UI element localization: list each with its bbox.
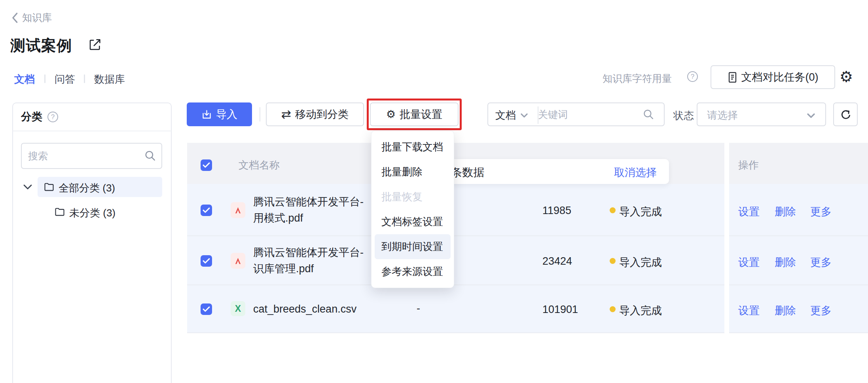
row-action-delete[interactable]: 删除 [775, 303, 796, 318]
move-to-category-label: 移动到分类 [295, 107, 349, 121]
tab-qa[interactable]: 问答 [55, 72, 75, 86]
row-action-settings[interactable]: 设置 [738, 205, 760, 219]
gear-icon: ⚙ [386, 109, 396, 120]
status-text: 导入完成 [619, 303, 662, 318]
row-action-settings[interactable]: 设置 [738, 303, 760, 318]
menu-item-batch-download[interactable]: 批量下载文档 [375, 135, 451, 159]
panel-divider [13, 131, 171, 131]
row-action-more[interactable]: 更多 [810, 303, 832, 318]
tab-divider [44, 74, 45, 83]
batch-settings-button[interactable]: ⚙ 批量设置 [370, 102, 459, 126]
file-name-line2[interactable]: 识库管理.pdf [253, 262, 314, 276]
tab-documents[interactable]: 文档 [14, 72, 35, 86]
doc-compare-task-button[interactable]: 文档对比任务(0) [711, 65, 835, 89]
import-button[interactable]: 导入 [187, 102, 252, 126]
refresh-button[interactable] [833, 102, 858, 126]
row-checkbox[interactable] [201, 205, 212, 216]
csv-file-icon: X [231, 301, 245, 316]
category-search-box [21, 143, 162, 169]
search-icon [144, 150, 157, 162]
row-action-settings[interactable]: 设置 [738, 255, 760, 269]
row-checkbox[interactable] [201, 255, 212, 267]
tree-node-all-label[interactable]: 全部分类 (3) [59, 181, 115, 195]
chevron-down-icon [807, 113, 815, 118]
row-action-more[interactable]: 更多 [810, 255, 832, 269]
batch-settings-label: 批量设置 [400, 107, 442, 121]
status-text: 导入完成 [619, 255, 662, 269]
category-search-input[interactable] [22, 144, 161, 168]
tab-database[interactable]: 数据库 [94, 72, 125, 86]
keyword-input-wrap [538, 103, 637, 125]
tree-node-uncategorized-label[interactable]: 未分类 (3) [69, 206, 116, 220]
select-all-checkbox[interactable] [201, 159, 212, 171]
batch-settings-menu: 批量下载文档 批量删除 批量恢复 文档标签设置 到期时间设置 参考来源设置 [371, 131, 454, 288]
status-dot [610, 306, 616, 312]
menu-item-expiry-time-settings[interactable]: 到期时间设置 [375, 234, 451, 259]
pdf-file-icon [231, 202, 245, 218]
folder-icon [44, 181, 55, 192]
check-icon [203, 162, 210, 168]
status-filter-label: 状态 [673, 109, 694, 123]
category-title: 分类 [21, 110, 42, 124]
refresh-icon [840, 108, 852, 121]
column-header-name: 文档名称 [239, 158, 280, 172]
row-checkbox[interactable] [201, 303, 212, 315]
breadcrumb-label: 知识库 [22, 11, 52, 24]
usage-help-icon[interactable]: ? [687, 71, 698, 82]
menu-item-doc-tag-settings[interactable]: 文档标签设置 [375, 209, 451, 234]
tab-divider [84, 74, 85, 83]
pdf-file-icon [231, 253, 245, 269]
move-arrows-icon: ⇄ [281, 108, 291, 120]
kb-usage-label: 知识库字符用量 [603, 72, 672, 85]
document-icon [728, 72, 737, 83]
search-type-select[interactable]: 文档 [495, 108, 516, 122]
row-action-delete[interactable]: 删除 [775, 205, 796, 219]
keyword-input[interactable] [538, 103, 637, 125]
file-name-line1[interactable]: 腾讯云智能体开发平台- [253, 245, 364, 260]
settings-gear-icon[interactable]: ⚙ [840, 69, 853, 84]
status-dot [610, 207, 616, 213]
status-select-placeholder: 请选择 [707, 108, 738, 122]
move-to-category-button[interactable]: ⇄ 移动到分类 [266, 102, 364, 126]
row-action-more[interactable]: 更多 [810, 205, 832, 219]
status-select[interactable]: 请选择 [697, 102, 826, 126]
toolbar-divider [260, 107, 260, 121]
char-count: 11985 [542, 205, 571, 217]
column-header-actions: 操作 [738, 158, 759, 172]
menu-item-reference-source-settings[interactable]: 参考来源设置 [375, 259, 451, 284]
clear-selection-link[interactable]: 取消选择 [614, 165, 657, 180]
file-name-line1[interactable]: 腾讯云智能体开发平台- [253, 195, 364, 209]
import-label: 导入 [216, 107, 237, 121]
chevron-down-icon [521, 113, 528, 118]
search-icon[interactable] [642, 108, 655, 121]
file-name-line2[interactable]: 用模式.pdf [253, 211, 303, 225]
char-count: 23424 [542, 255, 572, 267]
chevron-left-icon [11, 12, 18, 23]
edit-title-icon[interactable] [88, 38, 102, 53]
breadcrumb-back[interactable]: 知识库 [11, 11, 52, 24]
status-text: 导入完成 [619, 205, 662, 219]
row-action-delete[interactable]: 删除 [775, 255, 796, 269]
doc-compare-task-label: 文档对比任务(0) [741, 70, 819, 84]
file-name[interactable]: cat_breeds_clean.csv [253, 303, 356, 315]
import-icon [201, 109, 212, 120]
status-dot [610, 258, 616, 264]
page-title: 测试案例 [10, 36, 72, 56]
menu-item-batch-delete[interactable]: 批量删除 [375, 159, 451, 184]
folder-icon [54, 206, 65, 217]
category-help-icon[interactable]: ? [47, 112, 58, 122]
tag-empty-dash: - [417, 302, 420, 315]
char-count: 101901 [542, 303, 578, 316]
chevron-down-icon[interactable] [23, 184, 32, 190]
menu-item-batch-restore: 批量恢复 [375, 184, 451, 209]
